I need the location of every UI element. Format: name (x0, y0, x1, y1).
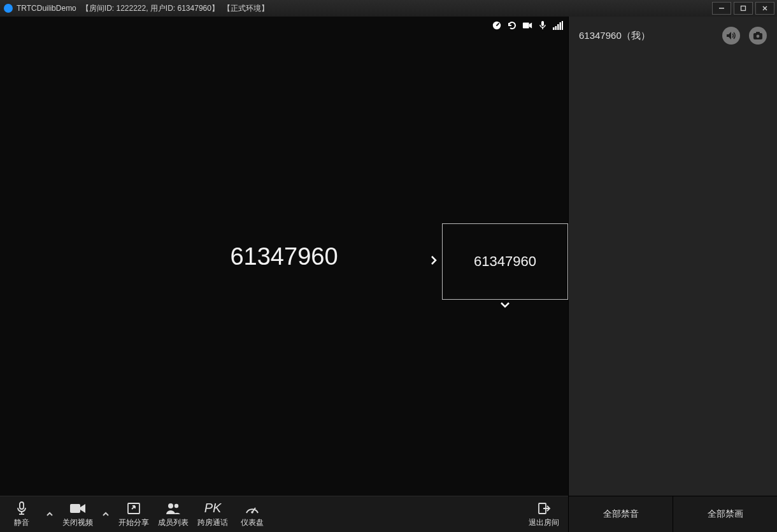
members-button[interactable]: 成员列表 (158, 501, 189, 528)
svg-rect-6 (523, 23, 529, 29)
mute-button[interactable]: 静音 (6, 501, 37, 528)
pip-collapse-left-icon[interactable] (429, 255, 438, 269)
bottom-toolbar: 静音 关闭视频 开始分享 (0, 496, 568, 532)
pip-collapse-down-icon[interactable] (499, 300, 511, 312)
svg-rect-13 (562, 21, 563, 30)
gauge-icon (245, 501, 260, 516)
room-info: 【房间ID: 1222222, 用户ID: 61347960】 (82, 3, 219, 14)
share-label: 开始分享 (118, 517, 149, 528)
participant-row[interactable]: 61347960（我） (569, 17, 777, 55)
members-label: 成员列表 (158, 517, 189, 528)
app-window: TRTCDuilibDemo 【房间ID: 1222222, 用户ID: 613… (0, 0, 777, 532)
main-video[interactable]: 61347960 (0, 17, 568, 496)
mute-all-button[interactable]: 全部禁音 (569, 496, 673, 532)
mic-icon[interactable] (538, 20, 548, 31)
minimize-button[interactable] (712, 2, 731, 15)
close-video-button[interactable]: 关闭视频 (62, 501, 93, 528)
svg-point-26 (757, 35, 760, 38)
cross-room-button[interactable]: PK 跨房通话 (197, 501, 228, 528)
dashboard-icon[interactable] (492, 20, 502, 31)
share-icon (127, 501, 141, 516)
svg-rect-14 (20, 502, 24, 509)
camera-icon[interactable] (522, 20, 532, 31)
mic-icon (15, 501, 28, 516)
title-bar: TRTCDuilibDemo 【房间ID: 1222222, 用户ID: 613… (0, 0, 777, 17)
svg-rect-12 (560, 22, 562, 30)
main-video-user-id: 61347960 (230, 242, 338, 270)
block-all-video-button[interactable]: 全部禁画 (673, 496, 777, 532)
svg-rect-1 (741, 6, 746, 11)
refresh-icon[interactable] (507, 20, 517, 31)
app-name: TRTCDuilibDemo (17, 4, 76, 13)
pk-icon: PK (204, 501, 222, 516)
svg-point-19 (168, 503, 173, 508)
video-status-bar (492, 20, 563, 31)
exit-label: 退出房间 (529, 517, 559, 528)
content-area: 61347960 (0, 17, 777, 532)
svg-rect-7 (541, 21, 544, 26)
maximize-button[interactable] (734, 2, 753, 15)
svg-rect-18 (128, 503, 139, 514)
block-all-video-label: 全部禁画 (708, 508, 743, 520)
cross-room-label: 跨房通话 (197, 517, 228, 528)
app-logo-icon (4, 4, 13, 13)
pip-user-id: 61347960 (474, 253, 536, 270)
main-panel: 61347960 (0, 17, 568, 532)
close-button[interactable] (755, 2, 774, 15)
svg-point-22 (251, 511, 253, 514)
video-icon (69, 501, 86, 516)
video-options-chevron-icon[interactable] (102, 510, 110, 518)
env-label: 【正式环境】 (223, 3, 269, 14)
camera-icon (753, 31, 763, 40)
signal-icon (553, 20, 563, 31)
sidebar-bottom-bar: 全部禁音 全部禁画 (569, 496, 777, 532)
speaker-icon (726, 31, 736, 40)
exit-room-button[interactable]: 退出房间 (529, 501, 559, 528)
mute-label: 静音 (14, 517, 29, 528)
svg-rect-25 (756, 32, 760, 34)
share-button[interactable]: 开始分享 (118, 501, 149, 528)
svg-point-20 (175, 503, 178, 507)
svg-rect-11 (557, 24, 559, 30)
close-video-label: 关闭视频 (62, 517, 93, 528)
svg-rect-17 (70, 504, 80, 513)
participant-name: 61347960（我） (579, 30, 713, 42)
exit-icon (537, 501, 551, 516)
participant-video-button[interactable] (749, 27, 767, 45)
svg-rect-9 (553, 27, 555, 30)
participant-audio-button[interactable] (722, 27, 740, 45)
svg-rect-10 (555, 26, 557, 30)
dashboard-label: 仪表盘 (241, 517, 264, 528)
dashboard-button[interactable]: 仪表盘 (237, 501, 267, 528)
members-icon (165, 501, 182, 516)
pip-window[interactable]: 61347960 (442, 223, 568, 300)
mute-all-label: 全部禁音 (603, 508, 639, 520)
participants-sidebar: 61347960（我） 全部禁音 全部禁画 (568, 17, 777, 532)
mute-options-chevron-icon[interactable] (46, 510, 53, 518)
